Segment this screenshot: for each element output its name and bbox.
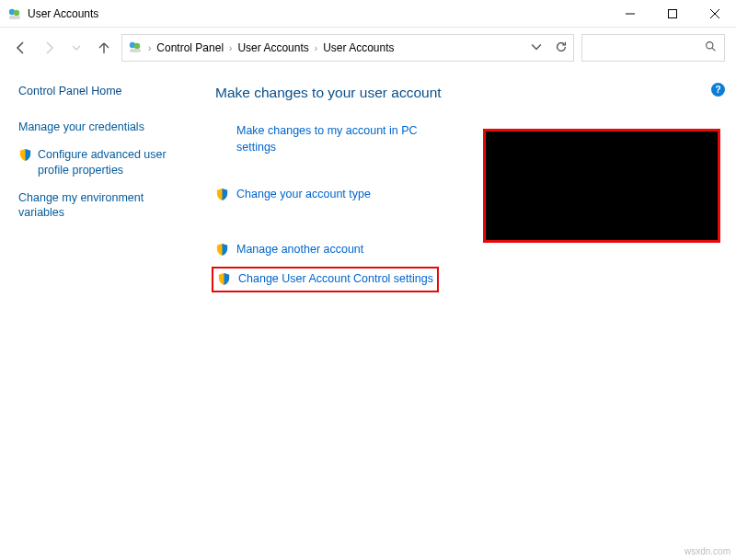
chevron-right-icon[interactable]: › (229, 43, 232, 53)
user-accounts-icon (7, 6, 22, 21)
svg-point-8 (134, 42, 140, 48)
minimize-button[interactable] (609, 0, 651, 27)
account-tile-redacted (483, 129, 720, 243)
svg-point-1 (14, 9, 19, 15)
nav-toolbar: › Control Panel › User Accounts › User A… (0, 28, 736, 68)
refresh-button[interactable] (555, 40, 568, 56)
sidebar-item-credentials[interactable]: Manage your credentials (18, 120, 193, 134)
page-heading: Make changes to your user account (215, 85, 736, 101)
up-button[interactable] (94, 38, 114, 58)
chevron-down-icon[interactable] (531, 41, 542, 55)
sidebar-item-label: Manage your credentials (18, 120, 144, 134)
option-change-uac[interactable]: Change User Account Control settings (212, 267, 439, 292)
user-accounts-icon (128, 40, 143, 57)
sidebar: Control Panel Home Manage your credentia… (0, 85, 193, 292)
watermark: wsxdn.com (684, 546, 730, 556)
back-button[interactable] (11, 38, 31, 58)
chevron-right-icon[interactable]: › (148, 43, 151, 53)
window-title: User Accounts (28, 7, 98, 20)
breadcrumb-user-accounts-1[interactable]: User Accounts (237, 41, 308, 54)
option-label: Change User Account Control settings (238, 271, 433, 288)
address-bar[interactable]: › Control Panel › User Accounts › User A… (121, 34, 574, 62)
breadcrumb-user-accounts-2[interactable]: User Accounts (323, 41, 394, 54)
shield-icon (215, 188, 229, 201)
svg-rect-4 (669, 9, 677, 17)
forward-button[interactable] (39, 38, 59, 58)
sidebar-item-profile-properties[interactable]: Configure advanced user profile properti… (18, 147, 193, 177)
recent-dropdown[interactable] (66, 38, 86, 58)
control-panel-home-link[interactable]: Control Panel Home (18, 85, 193, 97)
option-manage-another[interactable]: Manage another account (215, 242, 736, 258)
close-button[interactable] (694, 0, 736, 27)
option-label: Manage another account (236, 242, 363, 258)
sidebar-item-env-vars[interactable]: Change my environment variables (18, 190, 193, 221)
svg-rect-2 (9, 16, 20, 19)
window-titlebar: User Accounts (0, 0, 736, 28)
sidebar-item-label: Change my environment variables (18, 190, 166, 221)
shield-icon (217, 272, 231, 286)
shield-icon (18, 148, 32, 162)
sidebar-item-label: Configure advanced user profile properti… (38, 147, 185, 177)
svg-line-11 (712, 48, 715, 51)
svg-rect-9 (130, 49, 141, 52)
search-input[interactable] (581, 34, 725, 62)
svg-point-10 (707, 42, 713, 49)
option-label: Make changes to my account in PC setting… (236, 123, 448, 155)
shield-icon (215, 243, 229, 257)
chevron-right-icon[interactable]: › (315, 43, 317, 53)
option-label: Change your account type (236, 187, 371, 203)
search-icon (705, 40, 717, 55)
maximize-button[interactable] (651, 0, 694, 27)
window-controls (609, 0, 736, 27)
breadcrumb-control-panel[interactable]: Control Panel (156, 41, 224, 54)
